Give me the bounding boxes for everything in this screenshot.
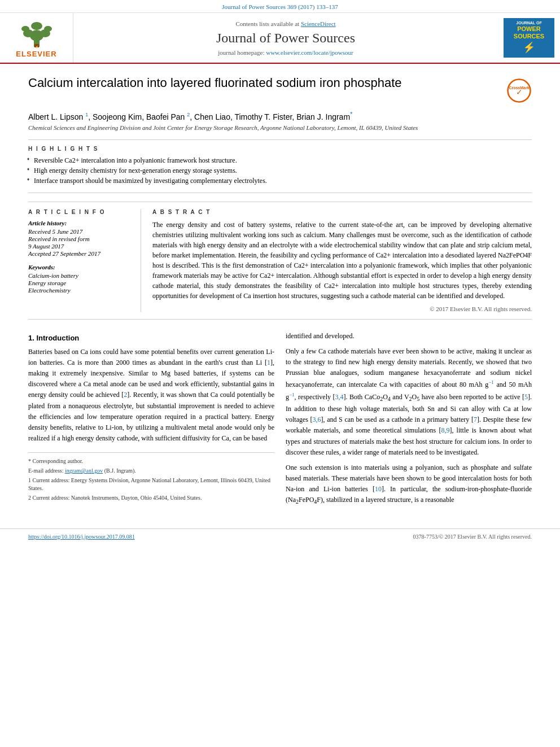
homepage-url[interactable]: www.elsevier.com/locate/jpowsour	[266, 49, 353, 56]
homepage-label: journal homepage:	[218, 49, 264, 56]
elsevier-logo-section: ⚡ ELSEVIER	[0, 13, 73, 63]
journal-reference-bar: Journal of Power Sources 369 (2017) 133–…	[0, 0, 560, 13]
corresponding-sup: *	[350, 110, 353, 117]
ref1-link[interactable]: 1	[267, 359, 270, 366]
abstract-text: The energy density and cost of battery s…	[152, 220, 532, 301]
elsevier-logo: ⚡ ELSEVIER	[14, 18, 59, 58]
article-info-label: A R T I C L E I N F O	[28, 209, 132, 215]
keyword-1: Calcium-ion battery	[28, 272, 132, 279]
affiliation-text: Chemical Sciences and Engineering Divisi…	[28, 124, 532, 131]
ref3-link[interactable]: 3,4	[335, 393, 344, 401]
article-body: 1. Introduction Batteries based on Ca io…	[28, 331, 532, 512]
footnote-1: 1 Current address: Energy Systems Divisi…	[28, 477, 274, 492]
sciencedirect-line: Contents lists available at ScienceDirec…	[235, 20, 335, 27]
keywords-section: Keywords: Calcium-ion battery Energy sto…	[28, 264, 132, 294]
revised-date: 9 August 2017	[28, 243, 132, 250]
keywords-title: Keywords:	[28, 264, 132, 270]
footnotes-section: * Corresponding author. E-mail address: …	[28, 452, 274, 502]
logo-top-text: JOURNAL OF	[516, 21, 541, 25]
email-footnote: E-mail address: ingram@anl.gov (B.J. Ing…	[28, 467, 274, 475]
email-person: (B.J. Ingram).	[104, 468, 136, 474]
svg-point-6	[31, 22, 42, 30]
abstract-column: A B S T R A C T The energy density and c…	[152, 209, 532, 312]
body-right-paragraph-3: One such extension is into materials usi…	[286, 462, 532, 507]
ref2-link[interactable]: 2	[124, 391, 127, 399]
abstract-paragraph: The energy density and cost of battery s…	[152, 220, 532, 301]
intro-heading: 1. Introduction	[28, 334, 274, 342]
ref5-link[interactable]: 5	[524, 393, 528, 401]
received-date: Received 5 June 2017	[28, 228, 132, 235]
journal-reference-text: Journal of Power Sources 369 (2017) 133–…	[222, 3, 338, 10]
ref7-link[interactable]: 7	[474, 416, 477, 423]
svg-point-4	[21, 26, 29, 32]
sciencedirect-link[interactable]: ScienceDirect	[301, 20, 336, 27]
svg-text:⚡: ⚡	[35, 45, 39, 49]
highlight-item-2: High energy density chemistry for next-g…	[28, 167, 532, 175]
body-right-text: identified and developed. Only a few Ca …	[286, 331, 532, 507]
article-content: Calcium intercalation into layered fluor…	[0, 64, 560, 523]
svg-text:✓: ✓	[516, 88, 523, 97]
elsevier-label: ELSEVIER	[16, 50, 56, 58]
logo-main-text: POWERSOURCES	[514, 25, 544, 40]
email-label: E-mail address:	[28, 468, 63, 474]
svg-point-5	[44, 26, 52, 32]
journal-title: Journal of Power Sources	[216, 30, 355, 46]
authors-line: Albert L. Lipson 1, Soojeong Kim, Baofei…	[28, 110, 532, 121]
article-title-section: Calcium intercalation into layered fluor…	[28, 75, 532, 103]
power-sources-logo: JOURNAL OF POWERSOURCES ⚡	[504, 18, 554, 58]
body-right-paragraph-2: Only a few Ca cathode materials have eve…	[286, 346, 532, 458]
sciencedirect-prefix: Contents lists available at	[235, 20, 299, 27]
corresponding-footnote: * Corresponding author.	[28, 457, 274, 465]
elsevier-tree-icon: ⚡	[14, 18, 59, 49]
journal-header: ⚡ ELSEVIER Contents lists available at S…	[0, 13, 560, 64]
history-title: Article history:	[28, 220, 132, 226]
accepted-date: Accepted 27 September 2017	[28, 250, 132, 257]
journal-header-center: Contents lists available at ScienceDirec…	[73, 13, 498, 63]
ref10-link[interactable]: 10	[375, 485, 382, 493]
copyright-text: © 2017 Elsevier B.V. All rights reserved…	[152, 305, 532, 312]
article-info-column: A R T I C L E I N F O Article history: R…	[28, 209, 141, 312]
highlights-label: H I G H L I G H T S	[28, 146, 532, 152]
highlights-section: H I G H L I G H T S Reversible Ca2+ inte…	[28, 139, 532, 193]
issn-text: 0378-7753/© 2017 Elsevier B.V. All right…	[413, 534, 532, 540]
info-abstract-section: A R T I C L E I N F O Article history: R…	[28, 202, 532, 320]
power-sources-logo-section: JOURNAL OF POWERSOURCES ⚡	[498, 13, 560, 63]
email-link[interactable]: ingram@anl.gov	[65, 468, 103, 474]
corresponding-label: * Corresponding author.	[28, 458, 83, 464]
highlight-item-1: Reversible Ca2+ intercalation into a pol…	[28, 156, 532, 165]
revised-label: Received in revised form	[28, 235, 132, 242]
author1-sup: 1	[85, 112, 88, 117]
body-left-text: Batteries based on Ca ions could have so…	[28, 347, 274, 444]
author2-sup: 2	[187, 112, 190, 117]
abstract-label: A B S T R A C T	[152, 209, 532, 215]
keyword-3: Electrochemistry	[28, 287, 132, 294]
ref89-link[interactable]: 8,9	[441, 426, 449, 434]
article-history: Article history: Received 5 June 2017 Re…	[28, 220, 132, 257]
crossmark-icon: CrossMark ✓	[506, 78, 532, 103]
bottom-bar: https://doi.org/10.1016/j.jpowsour.2017.…	[0, 528, 560, 544]
word-based: based	[252, 434, 267, 442]
crossmark-badge[interactable]: CrossMark ✓	[506, 78, 532, 103]
journal-homepage: journal homepage: www.elsevier.com/locat…	[218, 49, 353, 56]
highlight-item-3: Interface transport should be maximized …	[28, 177, 532, 185]
body-right-paragraph-1: identified and developed.	[286, 331, 532, 342]
article-title: Calcium intercalation into layered fluor…	[28, 75, 498, 91]
ref36-link[interactable]: 3,6	[313, 416, 321, 423]
keyword-2: Energy storage	[28, 279, 132, 286]
body-left-paragraph-1: Batteries based on Ca ions could have so…	[28, 347, 274, 444]
doi-link[interactable]: https://doi.org/10.1016/j.jpowsour.2017.…	[28, 534, 135, 540]
footnote-2: 2 Current address: Nanotek Instruments, …	[28, 494, 274, 502]
body-left-column: 1. Introduction Batteries based on Ca io…	[28, 331, 274, 512]
body-right-column: identified and developed. Only a few Ca …	[286, 331, 532, 512]
